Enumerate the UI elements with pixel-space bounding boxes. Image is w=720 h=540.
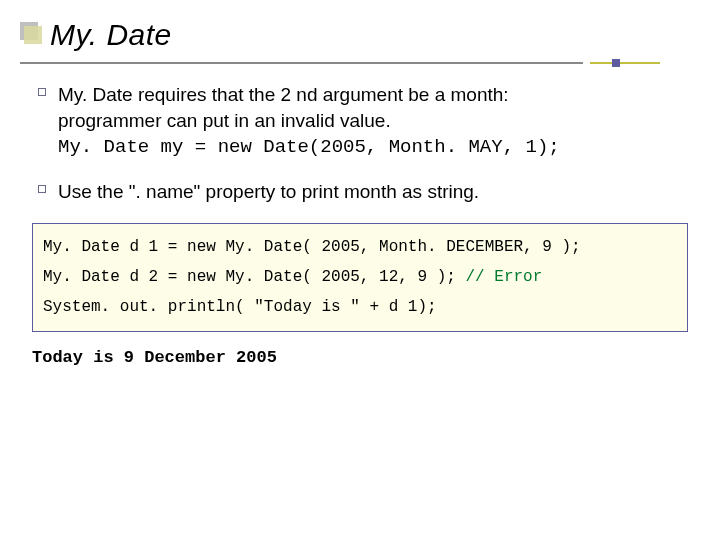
title-block: My. Date (0, 0, 720, 58)
code-comment: // Error (465, 268, 542, 286)
bullet-text-line: programmer can put in an invalid value. (58, 110, 391, 131)
title-accent-icon (20, 22, 38, 40)
inline-code: My. Date my = new Date(2005, Month. MAY,… (58, 136, 560, 158)
bullet-text-line: Use the ". name" property to print month… (58, 181, 479, 202)
square-bullet-icon (38, 185, 46, 193)
code-box: My. Date d 1 = new My. Date( 2005, Month… (32, 223, 688, 332)
slide-title: My. Date (50, 18, 720, 52)
title-underline (20, 62, 660, 64)
bullet-item: Use the ". name" property to print month… (58, 179, 688, 205)
slide: My. Date My. Date requires that the 2 nd… (0, 0, 720, 540)
bullet-item: My. Date requires that the 2 nd argument… (58, 82, 688, 161)
code-line: My. Date d 1 = new My. Date( 2005, Month… (43, 238, 581, 256)
output-line: Today is 9 December 2005 (32, 348, 688, 367)
code-line: My. Date d 2 = new My. Date( 2005, 12, 9… (43, 268, 465, 286)
content-area: My. Date requires that the 2 nd argument… (0, 64, 720, 205)
bullet-text-line: My. Date requires that the 2 nd argument… (58, 84, 509, 105)
square-bullet-icon (38, 88, 46, 96)
code-line: System. out. println( "Today is " + d 1)… (43, 298, 437, 316)
